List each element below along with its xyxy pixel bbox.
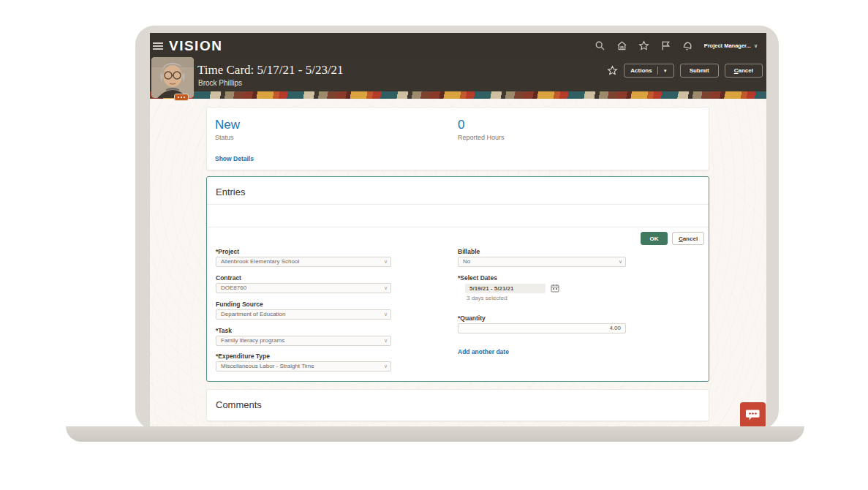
user-role-menu[interactable]: Project Manager... ∨ (704, 42, 758, 49)
divider (207, 227, 709, 227)
page-header-buttons: Actions ▼ Submit Cancel (607, 64, 763, 78)
avatar (151, 57, 194, 98)
favorite-star-icon[interactable] (607, 65, 618, 76)
contract-select[interactable]: DOE8760 ∨ (216, 283, 391, 293)
billable-value: No (463, 258, 470, 265)
show-details-link[interactable]: Show Details (215, 155, 254, 162)
chevron-down-icon: ∨ (384, 310, 388, 319)
funding-source-label: Funding Source (216, 301, 391, 308)
funding-source-value: Department of Education (221, 311, 286, 317)
chat-button[interactable] (740, 402, 766, 426)
page-subtitle: Brock Phillips (198, 79, 242, 87)
chat-bubble-icon (745, 409, 761, 422)
task-select[interactable]: Family literacy programs ∨ (216, 336, 391, 346)
ok-label: OK (650, 235, 659, 242)
global-header: VISION Project Manager... (150, 33, 766, 59)
button-divider (657, 67, 658, 75)
status-value: New (215, 118, 240, 132)
decorative-banner-strip (150, 91, 766, 99)
avatar-more-badge[interactable] (174, 94, 189, 101)
actions-dropdown-button[interactable]: Actions ▼ (624, 64, 673, 78)
entries-ok-button[interactable]: OK (641, 232, 668, 245)
cancel-label: Cancel (734, 67, 753, 74)
project-value: Allenbrook Elementary School (221, 258, 299, 265)
comments-section: Comments (206, 389, 709, 421)
days-selected-note: 3 days selected (467, 295, 507, 301)
task-label: *Task (216, 327, 391, 334)
flag-icon[interactable] (660, 40, 671, 51)
quantity-label: *Quantity (458, 314, 626, 322)
laptop-mockup: VISION Project Manager... (0, 0, 868, 490)
contract-label: Contract (216, 274, 391, 282)
chevron-down-icon: ∨ (754, 43, 758, 49)
entries-cancel-label: Cancel (679, 235, 698, 242)
expenditure-type-label: *Expenditure Type (216, 353, 391, 360)
user-role-label: Project Manager... (704, 42, 751, 49)
date-range-field[interactable]: 5/19/21 - 5/21/21 (465, 284, 546, 293)
billable-select[interactable]: No ∨ (458, 257, 626, 267)
favorites-star-icon[interactable] (638, 40, 649, 51)
status-label: Status (215, 134, 234, 141)
funding-source-select[interactable]: Department of Education ∨ (216, 309, 391, 320)
laptop-base (66, 426, 804, 442)
reported-hours-value: 0 (458, 118, 464, 132)
actions-label: Actions (630, 67, 652, 74)
cancel-button[interactable]: Cancel (725, 64, 763, 78)
chevron-down-icon: ∨ (384, 257, 388, 266)
entries-cancel-button[interactable]: Cancel (672, 232, 704, 245)
hamburger-menu-icon[interactable] (153, 42, 163, 50)
brand-logo: VISION (169, 38, 222, 54)
dropdown-arrow-icon: ▼ (663, 69, 668, 73)
divider (207, 204, 709, 205)
chevron-down-icon: ∨ (384, 336, 388, 345)
billable-label: Billable (458, 248, 626, 255)
project-label: *Project (216, 248, 391, 255)
select-dates-label: *Select Dates (458, 274, 626, 282)
quantity-input[interactable]: 4.00 (458, 323, 626, 333)
notifications-bell-icon[interactable] (682, 40, 693, 51)
chevron-down-icon: ∨ (384, 284, 388, 293)
project-select[interactable]: Allenbrook Elementary School ∨ (216, 257, 391, 267)
submit-label: Submit (690, 67, 709, 74)
app-screen: VISION Project Manager... (150, 33, 766, 426)
comments-title: Comments (216, 399, 262, 410)
chevron-down-icon: ∨ (619, 257, 622, 266)
task-value: Family literacy programs (221, 337, 284, 344)
calendar-icon[interactable] (551, 284, 559, 293)
page-title: Time Card: 5/17/21 - 5/23/21 (197, 63, 344, 78)
entries-title: Entries (216, 186, 245, 197)
chevron-down-icon: ∨ (384, 362, 388, 371)
contract-value: DOE8760 (221, 284, 246, 291)
reported-hours-label: Reported Hours (458, 134, 505, 141)
global-header-actions: Project Manager... ∨ (595, 40, 766, 51)
entries-section: Entries OK Cancel *Project Allenbrook El… (206, 176, 709, 382)
expenditure-type-select[interactable]: Miscellaneous Labor - Straight Time ∨ (216, 361, 391, 372)
expenditure-type-value: Miscellaneous Labor - Straight Time (221, 363, 314, 369)
page-header: Time Card: 5/17/21 - 5/23/21 Brock Phill… (150, 59, 766, 91)
summary-card: New Status 0 Reported Hours Show Details (206, 107, 709, 170)
submit-button[interactable]: Submit (680, 64, 719, 78)
add-another-date-link[interactable]: Add another date (458, 348, 509, 355)
search-icon[interactable] (595, 40, 605, 51)
home-icon[interactable] (616, 40, 627, 51)
